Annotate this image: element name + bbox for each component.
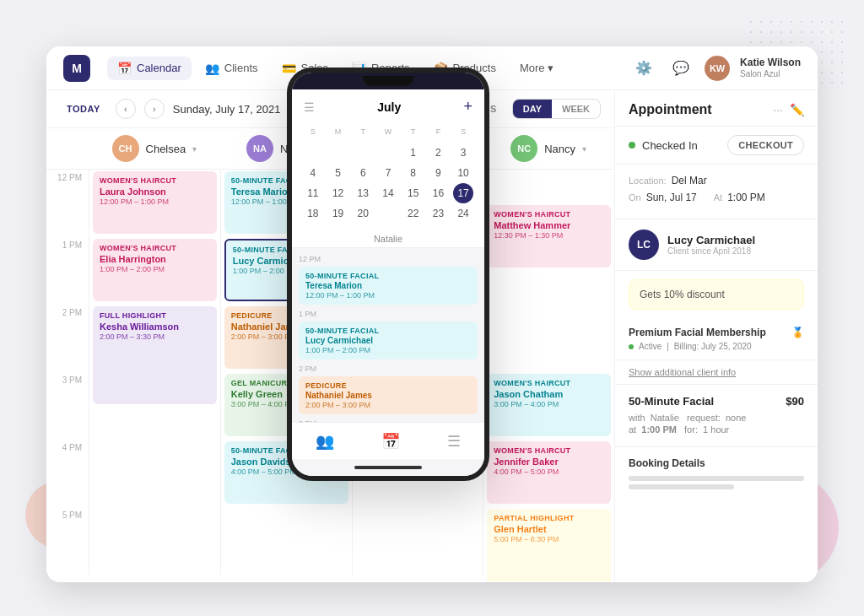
appt-card[interactable]: Women's Haircut Laura Johnson 12:00 PM –… [93,171,217,234]
mobile-day-16[interactable]: 16 [428,183,448,203]
nav-label-more: More ▾ [520,62,554,74]
active-dot [629,344,634,349]
nav-item-more[interactable]: More ▾ [510,57,564,79]
appt-card[interactable]: Women's Haircut Elia Harrington 1:00 PM … [93,239,217,301]
nancy-3pm: Women's Haircut Jason Chatham 3:00 PM – … [483,372,614,440]
mobile-day-18[interactable]: 18 [303,203,323,224]
mobile-day-3[interactable]: 3 [453,143,473,163]
staff-name-nancy: Nancy [544,143,575,155]
appt-name: Elia Harrington [100,254,210,264]
mobile-day-15[interactable]: 15 [403,183,424,203]
mobile-appt-3[interactable]: Pedicure Nathaniel James 2:00 PM – 3:00 … [299,376,478,414]
nancy-4pm: Women's Haircut Jennifer Baker 4:00 PM –… [483,440,614,507]
mobile-day-4[interactable]: 4 [303,163,323,183]
view-week-button[interactable]: WEEK [552,100,600,118]
nancy-5pm: Partial Highlight Glen Hartlet 5:00 PM –… [483,507,614,575]
mobile-day-2[interactable]: 2 [428,143,448,163]
for-value: 1 hour [703,424,729,435]
mobile-day-8[interactable]: 8 [403,163,424,183]
appt-service: Partial Highlight [494,514,604,522]
mobile-time-2pm: 2 PM [299,365,478,373]
appt-time: 12:00 PM – 1:00 PM [100,197,210,206]
mobile-menu-icon[interactable]: ☰ [304,100,315,114]
mobile-day-10[interactable]: 10 [453,163,473,183]
mobile-status-bar [292,73,484,89]
for-label: for: [684,424,698,435]
nav-right: ⚙️ 💬 KW Katie Wilson Salon Azul [630,55,801,82]
appointment-details: Location: Del Mar On Sun, Jul 17 At 1:00… [615,165,818,219]
mobile-add-button[interactable]: + [463,98,472,116]
mobile-time-12pm: 12 PM [299,255,478,263]
mobile-day-22[interactable]: 22 [403,203,424,224]
checkout-button[interactable]: CHECKOUT [727,135,804,155]
mobile-appt-2[interactable]: 50-Minute Facial Lucy Carmichael 1:00 PM… [299,322,478,359]
mobile-day-17-today[interactable]: 17 [453,183,473,203]
chelsea-2pm: Full Highlight Kesha Williamson 2:00 PM … [89,305,220,372]
today-button[interactable]: TODAY [60,100,107,117]
mobile-nav-menu-icon[interactable]: ☰ [447,432,461,451]
settings-icon-btn[interactable]: ⚙️ [630,55,657,82]
panel-header-icons: ··· ✏️ [773,103,804,116]
chat-icon-btn[interactable]: 💬 [667,55,694,82]
more-options-icon[interactable]: ··· [773,103,783,116]
appt-name: Jason Chatham [494,389,604,399]
appt-card[interactable]: Women's Haircut Jennifer Baker 4:00 PM –… [487,441,611,504]
with-label: with [629,413,645,423]
user-avatar-nav[interactable]: KW [705,56,730,81]
appt-time: 1:00 PM – 2:00 PM [100,265,210,273]
user-info-nav: Katie Wilson Salon Azul [740,57,801,78]
clients-icon: 👥 [205,62,219,75]
nav-item-clients[interactable]: 👥 Clients [195,57,268,80]
mobile-day-24[interactable]: 24 [453,203,473,224]
appt-name: Glen Hartlet [494,524,604,534]
mobile-home-indicator [354,466,422,469]
mobile-appt-service-1: 50-Minute Facial [305,272,471,280]
appt-name: Matthew Hammer [494,220,604,230]
mobile-appt-name-1: Teresa Marion [305,281,471,290]
app-logo[interactable]: M [63,55,90,82]
nancy-12pm: Women's Haircut Matthew Hammer 12:30 PM … [483,170,614,237]
mobile-day-14[interactable]: 14 [378,183,398,203]
mobile-overlay: ☰ July + S M T W T F S 1 2 3 4 5 6 7 8 9 [287,68,489,481]
mobile-content: ☰ July + S M T W T F S 1 2 3 4 5 6 7 8 9 [292,89,484,422]
membership-status: Active [639,342,662,351]
mobile-nav-calendar-icon[interactable]: 📅 [381,432,400,451]
view-day-button[interactable]: DAY [513,100,552,118]
time-label-12pm: 12 PM [46,170,89,237]
mobile-day-23[interactable]: 23 [428,203,448,224]
mobile-appt-name-3: Nathaniel James [305,391,471,400]
service-name: 50-Minute Facial [629,395,714,408]
mobile-day-blank4 [378,143,398,163]
show-more-link[interactable]: Show additional client info [615,360,818,385]
mobile-day-6[interactable]: 6 [353,163,373,183]
mobile-day-19[interactable]: 19 [328,203,348,224]
client-name: Lucy Carmichael [667,234,755,246]
status-label: Checked In [642,139,698,152]
sales-icon: 💳 [282,62,296,75]
appt-card[interactable]: Partial Highlight Glen Hartlet 5:00 PM –… [487,509,611,582]
mobile-appt-1[interactable]: 50-Minute Facial Teresa Marion 12:00 PM … [299,267,478,305]
mobile-appt-service-2: 50-Minute Facial [305,327,471,335]
mobile-day-20[interactable]: 20 [353,203,373,224]
service-time: at 1:00 PM for: 1 hour [629,424,804,435]
mobile-day-5[interactable]: 5 [328,163,348,183]
time-label-3pm: 3 PM [46,372,89,440]
prev-arrow-button[interactable]: ‹ [116,99,136,119]
edit-icon[interactable]: ✏️ [790,103,804,116]
mobile-day-12[interactable]: 12 [328,183,348,203]
mobile-day-9[interactable]: 9 [428,163,448,183]
nav-label-calendar: Calendar [137,62,181,74]
mobile-day-7[interactable]: 7 [378,163,398,183]
staff-header-nancy[interactable]: NC Nancy ▾ [483,135,614,162]
staff-header-chelsea[interactable]: CH Chelsea ▾ [89,135,220,162]
next-arrow-button[interactable]: › [144,99,165,119]
staff-avatar-chelsea: CH [112,135,139,162]
nav-item-calendar[interactable]: 📅 Calendar [107,57,192,80]
mobile-day-1[interactable]: 1 [403,143,424,163]
appointment-panel: Appointment ··· ✏️ Checked In CHECKOUT L… [615,90,818,582]
chelsea-3pm [89,372,220,440]
appt-card[interactable]: Women's Haircut Jason Chatham 3:00 PM – … [487,374,611,436]
mobile-nav-people-icon[interactable]: 👥 [316,432,334,451]
mobile-day-13[interactable]: 13 [353,183,373,203]
mobile-day-11[interactable]: 11 [303,183,323,203]
